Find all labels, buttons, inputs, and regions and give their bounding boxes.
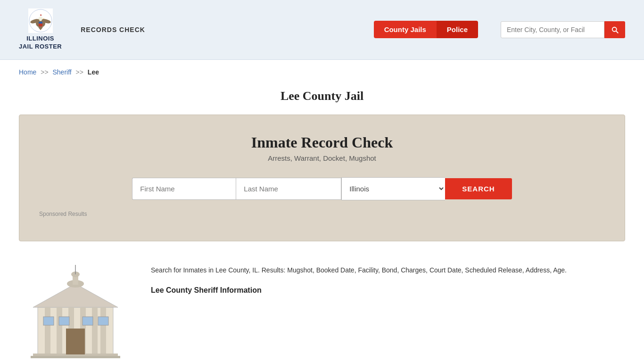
svg-rect-24 (59, 317, 69, 325)
svg-rect-25 (83, 317, 93, 325)
logo-text: ILLINOIS JAIL ROSTER (19, 35, 62, 51)
record-check-box: Inmate Record Check Arrests, Warrant, Do… (19, 115, 625, 241)
breadcrumb-sheriff[interactable]: Sheriff (53, 68, 72, 76)
page-title-wrap: Lee County Jail (0, 81, 644, 115)
record-check-form: Illinois Alabama Alaska Arizona Arkansas… (38, 177, 606, 200)
first-name-input[interactable] (132, 178, 236, 200)
site-logo[interactable]: ★ ILLINOIS JAIL ROSTER (19, 8, 62, 51)
bottom-description: Search for Inmates in Lee County, IL. Re… (151, 265, 625, 276)
record-search-button[interactable]: SEARCH (445, 178, 512, 199)
sponsored-label: Sponsored Results (38, 211, 606, 217)
breadcrumb: Home >> Sheriff >> Lee (0, 60, 644, 81)
svg-rect-18 (92, 307, 98, 354)
record-check-subtitle: Arrests, Warrant, Docket, Mugshot (38, 154, 606, 162)
sheriff-heading: Lee County Sheriff Information (151, 284, 625, 296)
breadcrumb-current: Lee (88, 68, 99, 76)
site-header: ★ ILLINOIS JAIL ROSTER RECORDS CHECK Cou… (0, 0, 644, 60)
building-image (19, 265, 132, 359)
svg-rect-14 (45, 307, 50, 354)
nav-buttons: County Jails Police (374, 21, 478, 38)
illinois-flag-icon: ★ (28, 8, 53, 33)
svg-rect-15 (57, 307, 62, 354)
county-jails-button[interactable]: County Jails (374, 21, 437, 38)
bottom-text: Search for Inmates in Lee County, IL. Re… (151, 265, 625, 296)
page-title: Lee County Jail (0, 89, 644, 103)
last-name-input[interactable] (236, 178, 341, 200)
header-search-input[interactable] (501, 21, 604, 38)
police-button[interactable]: Police (437, 21, 478, 38)
svg-rect-21 (31, 356, 120, 358)
records-check-link[interactable]: RECORDS CHECK (81, 26, 145, 33)
svg-text:★: ★ (39, 14, 41, 16)
record-check-title: Inmate Record Check (38, 134, 606, 151)
svg-rect-19 (100, 307, 106, 354)
bottom-section: Search for Inmates in Lee County, IL. Re… (0, 255, 644, 362)
breadcrumb-sep1: >> (41, 68, 48, 76)
svg-rect-7 (39, 22, 42, 24)
breadcrumb-home[interactable]: Home (19, 68, 36, 76)
header-search-area (501, 21, 625, 38)
svg-rect-26 (98, 317, 108, 325)
search-icon (611, 25, 619, 34)
svg-rect-23 (43, 317, 54, 325)
state-select[interactable]: Illinois Alabama Alaska Arizona Arkansas… (341, 177, 445, 200)
header-search-button[interactable] (604, 21, 625, 38)
svg-rect-22 (66, 329, 85, 354)
courthouse-icon (24, 265, 127, 359)
breadcrumb-sep2: >> (76, 68, 83, 76)
